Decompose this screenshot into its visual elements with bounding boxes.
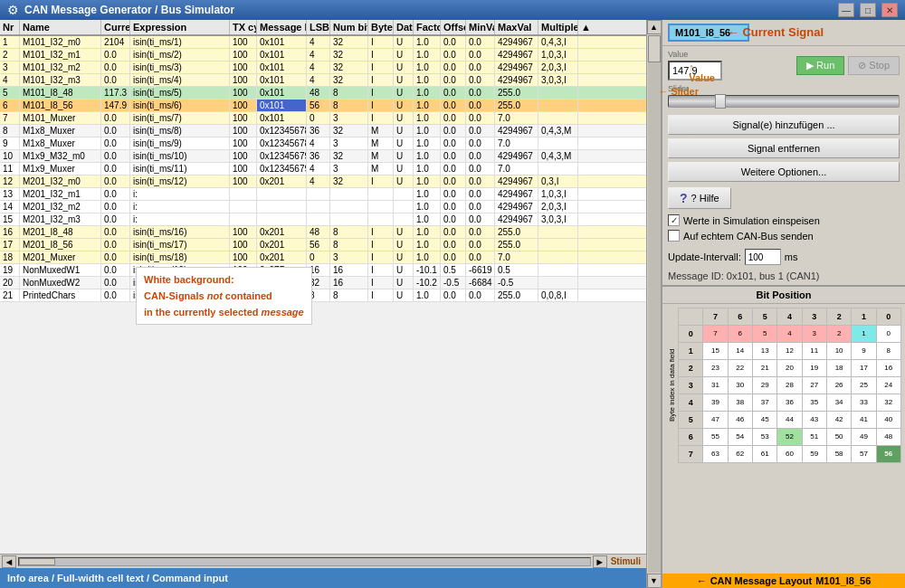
bit-cell: 5: [752, 326, 776, 343]
info-bar[interactable]: Info area / Full-width cell text / Comma…: [0, 568, 646, 588]
table-row[interactable]: 15M201_I32_m30.0i:1.00.00.042949673,0,3,…: [0, 213, 646, 226]
scroll-right-button[interactable]: ►: [593, 555, 607, 568]
cell-multiplex: 1,0,3,I: [538, 49, 578, 61]
bit-cell: 43: [802, 412, 826, 429]
run-button[interactable]: ▶ Run: [796, 56, 844, 75]
table-row[interactable]: 1M101_I32_m02104isin(ti_ms/1)1000x101432…: [0, 36, 646, 49]
scroll-left-button[interactable]: ◄: [2, 555, 16, 568]
minimize-button[interactable]: —: [838, 3, 854, 17]
bit-position-grid: 7654321007654321011514131211109822322212…: [678, 308, 901, 463]
cell-name: M201_I32_m1: [20, 188, 101, 200]
cell-factor: -10.2: [414, 277, 441, 289]
cell-tx_cycle: 100: [230, 239, 257, 251]
cell-min_val: 0.0: [466, 175, 495, 187]
cell-num_bits: 8: [330, 239, 368, 251]
cell-lsb: 36: [307, 150, 330, 162]
cell-max_val: 7.0: [495, 138, 538, 149]
table-row[interactable]: 12M201_I32_m00.0isin(ti_ms/12)1000x20143…: [0, 175, 646, 188]
add-signal-button[interactable]: Signal(e) hinzufügen ...: [668, 115, 900, 135]
table-row[interactable]: 16M201_I8_480.0isin(ti_ms/16)1000x201488…: [0, 226, 646, 239]
maximize-button[interactable]: □: [860, 3, 876, 17]
cell-name: M101_I8_48: [20, 87, 101, 99]
value-input[interactable]: [668, 61, 722, 81]
cell-dat: U: [394, 36, 414, 48]
table-row[interactable]: 3M101_I32_m20.0isin(ti_ms/3)1000x101432I…: [0, 62, 646, 74]
stop-button[interactable]: ⊘ Stop: [848, 56, 900, 75]
more-options-button[interactable]: Weitere Optionen...: [668, 162, 900, 182]
bit-cell: 22: [728, 360, 752, 377]
cell-message_id: 0x101: [257, 112, 307, 124]
slider-thumb[interactable]: [715, 94, 726, 109]
bit-cell: 12: [777, 343, 802, 360]
checkbox-sim-label: Werte in Simulation einspeisen: [683, 215, 820, 226]
table-row[interactable]: 19NonMuxedW10.0isin(ti_ms/19)1000x07B161…: [0, 264, 646, 277]
cell-tx_cycle: 100: [230, 62, 257, 73]
message-id-info: Message ID: 0x101, bus 1 (CAN1): [662, 269, 905, 285]
cell-current: 0.0: [101, 251, 130, 263]
cell-nr: 6: [0, 100, 20, 111]
cell-expression: isin(ti_ms/21): [130, 289, 230, 301]
bit-cell: 54: [728, 429, 752, 446]
checkbox-sim[interactable]: [668, 214, 680, 226]
table-row[interactable]: 20NonMuxedW20.0isin(ti_ms/20)1000x07B321…: [0, 277, 646, 289]
table-row[interactable]: 14M201_I32_m20.0i:1.00.00.042949672,0,3,…: [0, 201, 646, 213]
table-row[interactable]: 8M1x8_Muxer0.0isin(ti_ms/8)1000x12345678…: [0, 125, 646, 138]
cell-byte_order: M: [368, 163, 394, 175]
cell-expression: isin(ti_ms/7): [130, 112, 230, 124]
cell-lsb: 4: [307, 138, 330, 149]
cell-factor: 1.0: [414, 226, 441, 238]
table-row[interactable]: 11M1x9_Muxer0.0isin(ti_ms/11)1000x123456…: [0, 163, 646, 175]
table-row[interactable]: 10M1x9_M32_m00.0isin(ti_ms/10)1000x12345…: [0, 150, 646, 163]
table-row[interactable]: 2M101_I32_m10.0isin(ti_ms/2)1000x101432I…: [0, 49, 646, 62]
cell-lsb: [307, 188, 330, 200]
cell-dat: U: [394, 175, 414, 187]
cell-lsb: 36: [307, 125, 330, 137]
table-row[interactable]: 21PrintedChars0.0isin(ti_ms/21)1000x07B8…: [0, 289, 646, 302]
table-row[interactable]: 7M101_Muxer0.0isin(ti_ms/7)1000x10103IU1…: [0, 112, 646, 125]
close-button[interactable]: ✕: [881, 3, 898, 17]
scroll-down-button[interactable]: ▼: [647, 574, 662, 588]
scroll-up-button[interactable]: ▲: [647, 20, 662, 34]
cell-expression: isin(ti_ms/11): [130, 163, 230, 175]
help-button[interactable]: ? ? Hilfe: [668, 187, 731, 209]
slider-track[interactable]: [668, 95, 900, 108]
cell-name: M1x8_Muxer: [20, 125, 101, 137]
update-interval-input[interactable]: [745, 249, 781, 265]
cell-min_val: 0.0: [466, 239, 495, 251]
cell-multiplex: 0,0,8,I: [538, 289, 578, 301]
cell-current: 0.0: [101, 125, 130, 137]
table-row[interactable]: 17M201_I8_560.0isin(ti_ms/17)1000x201568…: [0, 239, 646, 251]
scroll-track[interactable]: [18, 557, 591, 566]
cell-num_bits: [330, 213, 368, 225]
cell-num_bits: 8: [330, 289, 368, 301]
cell-num_bits: [330, 201, 368, 213]
checkbox-bus-label: Auf echtem CAN-Bus senden: [683, 231, 814, 242]
table-row[interactable]: 9M1x8_Muxer0.0isin(ti_ms/9)1000x12345678…: [0, 138, 646, 150]
cell-current: 0.0: [101, 112, 130, 124]
cell-nr: 7: [0, 112, 20, 124]
horizontal-scrollbar[interactable]: ◄ ► Stimuli: [0, 554, 646, 568]
checkbox-bus[interactable]: [668, 230, 680, 242]
cell-min_val: 0.0: [466, 163, 495, 175]
scroll-thumb[interactable]: [19, 558, 55, 565]
cell-min_val: 0.0: [466, 112, 495, 124]
table-row[interactable]: 13M201_I32_m10.0i:1.00.00.042949671,0,3,…: [0, 188, 646, 201]
cell-max_val: 7.0: [495, 251, 538, 263]
checkbox-bus-row: Auf echtem CAN-Bus senden: [668, 230, 900, 242]
cell-name: NonMuxedW1: [20, 264, 101, 276]
table-row[interactable]: 4M101_I32_m30.0isin(ti_ms/4)1000x101432I…: [0, 74, 646, 87]
vscroll-thumb[interactable]: [648, 35, 661, 62]
vscroll-track[interactable]: [648, 35, 661, 573]
remove-signal-button[interactable]: Signal entfernen: [668, 138, 900, 158]
cell-message_id: 0x07B: [257, 264, 307, 276]
vertical-scrollbar[interactable]: ▲ ▼: [646, 20, 661, 588]
can-message-layout-bar: ← CAN Message Layout M101_I8_56: [662, 574, 905, 588]
cell-expression: isin(ti_ms/2): [130, 49, 230, 61]
table-row[interactable]: 5M101_I8_48117.3isin(ti_ms/5)1000x101488…: [0, 87, 646, 100]
table-row[interactable]: 6M101_I8_56147.9isin(ti_ms/6)1000x101568…: [0, 100, 646, 112]
cell-tx_cycle: 100: [230, 125, 257, 137]
cell-min_val: 0.0: [466, 188, 495, 200]
cell-expression: isin(ti_ms/10): [130, 150, 230, 162]
cell-max_val: 255.0: [495, 239, 538, 251]
table-row[interactable]: 18M201_Muxer0.0isin(ti_ms/18)1000x20103I…: [0, 251, 646, 264]
